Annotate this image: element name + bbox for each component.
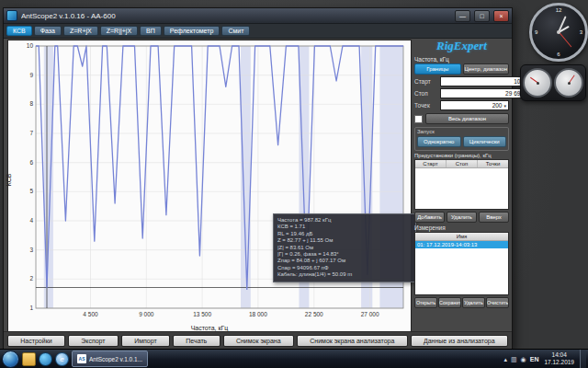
points-field-label: Точек bbox=[414, 102, 438, 109]
measurements-table-body[interactable]: 01: 17.12.2019-14:03:13 bbox=[415, 241, 508, 294]
tab-swr[interactable]: КСВ bbox=[6, 26, 32, 36]
range-mode-button[interactable]: Границы bbox=[414, 63, 461, 75]
run-group: Запуск Однократно Циклически bbox=[414, 127, 509, 151]
chevron-down-icon: ▾ bbox=[503, 103, 506, 109]
export-button[interactable]: Экспорт bbox=[68, 335, 119, 347]
presets-col-start: Старт bbox=[415, 160, 447, 167]
antscope-window: AntScope2 v.1.0.16 - AA-600 — □ × КСВ Фа… bbox=[3, 7, 513, 350]
svg-text:13 500: 13 500 bbox=[193, 311, 211, 317]
svg-text:9 000: 9 000 bbox=[139, 311, 154, 317]
control-panel: RigExpert Частота, кГц Границы Центр, ди… bbox=[413, 38, 510, 332]
browser-icon[interactable]: e bbox=[55, 352, 69, 366]
bottom-toolbar: Настройки Экспорт Импорт Печать Снимок э… bbox=[4, 331, 512, 349]
memory-gauge bbox=[554, 68, 583, 98]
svg-text:27 000: 27 000 bbox=[361, 311, 379, 317]
taskbar-date: 17.12.2019 bbox=[544, 359, 574, 366]
import-button[interactable]: Импорт bbox=[121, 335, 170, 347]
clock-number-12: 12 bbox=[556, 7, 562, 13]
svg-text:8: 8 bbox=[29, 100, 33, 107]
measurement-clear-button[interactable]: Очистить bbox=[486, 297, 509, 308]
tab-z-series[interactable]: Z=R+jX bbox=[63, 26, 98, 36]
show-desktop-button[interactable] bbox=[580, 350, 586, 368]
svg-text:22 500: 22 500 bbox=[305, 311, 323, 317]
frequency-section-label: Частота, кГц bbox=[414, 56, 509, 63]
window-content: 109876543214 5009 00013 50018 00022 5002… bbox=[4, 38, 512, 332]
tray-expand-icon[interactable]: ▴ bbox=[503, 356, 507, 362]
analyzer-screenshot-button[interactable]: Снимок экрана анализатора bbox=[297, 335, 408, 347]
run-continuous-button[interactable]: Циклически bbox=[463, 136, 507, 147]
start-button[interactable] bbox=[2, 351, 19, 368]
network-icon[interactable]: ▥ bbox=[511, 356, 517, 362]
meter-gadget[interactable] bbox=[520, 64, 586, 101]
presets-section-label: Предустановки (границы), кГц bbox=[414, 153, 509, 158]
measurement-row-selected[interactable]: 01: 17.12.2019-14:03:13 bbox=[415, 241, 508, 248]
measurements-table-header: Имя bbox=[415, 233, 508, 241]
taskbar-clock[interactable]: 14:04 17.12.2019 bbox=[541, 351, 577, 366]
clock-gadget[interactable]: 12 3 6 9 bbox=[529, 3, 588, 62]
measurements-section-label: Измерения bbox=[414, 224, 509, 231]
chart-tabbar: КСВ Фаза Z=R+jX Z=R||+jX ВП Рефлектометр… bbox=[4, 24, 512, 39]
presets-table-body[interactable] bbox=[415, 168, 508, 209]
tab-rl[interactable]: ВП bbox=[140, 26, 162, 36]
preset-add-button[interactable]: Добавить bbox=[414, 212, 445, 223]
measurement-delete-button[interactable]: Удалить bbox=[462, 297, 485, 308]
language-indicator[interactable]: EN bbox=[530, 356, 539, 362]
clock-number-6: 6 bbox=[557, 52, 560, 57]
close-button[interactable]: × bbox=[493, 10, 509, 22]
points-value: 200 bbox=[443, 102, 503, 109]
tab-phase[interactable]: Фаза bbox=[34, 26, 62, 36]
swr-chart[interactable]: 109876543214 5009 00013 50018 00022 5002… bbox=[7, 40, 412, 333]
explorer-icon[interactable] bbox=[22, 352, 36, 366]
run-single-button[interactable]: Однократно bbox=[417, 136, 461, 147]
presets-col-points: Точки bbox=[478, 160, 508, 167]
stop-input[interactable] bbox=[440, 88, 526, 98]
measurement-save-button[interactable]: Сохранить bbox=[438, 297, 461, 308]
tab-z-parallel[interactable]: Z=R||+jX bbox=[100, 26, 138, 36]
settings-button[interactable]: Настройки bbox=[7, 335, 65, 347]
app-icon bbox=[6, 10, 17, 21]
titlebar[interactable]: AntScope2 v.1.0.16 - AA-600 — □ × bbox=[4, 8, 512, 24]
taskbar: e AS AntScope2 v.1.0.1... ▴ ▥ ◉ EN 14:04… bbox=[0, 349, 588, 368]
swr-chart-canvas[interactable]: 109876543214 5009 00013 50018 00022 5002… bbox=[8, 40, 411, 332]
run-group-label: Запуск bbox=[417, 129, 506, 134]
system-tray: ▴ ▥ ◉ EN bbox=[503, 356, 538, 362]
svg-text:3: 3 bbox=[29, 247, 33, 253]
clock-number-3: 3 bbox=[580, 29, 582, 35]
maximize-button[interactable]: □ bbox=[474, 10, 490, 22]
points-dropdown[interactable]: 200 ▾ bbox=[440, 100, 509, 110]
antscope-taskbar-icon: AS bbox=[77, 354, 86, 363]
minimize-button[interactable]: — bbox=[455, 10, 470, 22]
antscope-taskbar-label: AntScope2 v.1.0.1... bbox=[89, 356, 142, 362]
clock-number-9: 9 bbox=[535, 29, 537, 35]
svg-text:9: 9 bbox=[29, 72, 33, 78]
cursor-tooltip: Частота = 987.82 кГцКСВ = 1.71RL = 19.46… bbox=[273, 213, 416, 282]
antscope-taskbar-button[interactable]: AS AntScope2 v.1.0.1... bbox=[72, 351, 148, 367]
center-span-mode-button[interactable]: Центр, диапазон bbox=[463, 63, 510, 75]
full-range-button[interactable]: Весь диапазон bbox=[425, 113, 509, 124]
svg-text:2: 2 bbox=[29, 275, 33, 282]
presets-col-stop: Стоп bbox=[447, 160, 478, 167]
presets-table[interactable]: Старт Стоп Точки bbox=[414, 159, 509, 210]
tab-tdr[interactable]: Рефлектометр bbox=[164, 26, 220, 36]
screenshot-button[interactable]: Снимок экрана bbox=[223, 335, 294, 347]
y-axis-title: КСВ bbox=[6, 174, 12, 187]
status-icon[interactable]: ◉ bbox=[521, 356, 526, 362]
svg-text:6: 6 bbox=[29, 159, 33, 166]
media-player-icon[interactable] bbox=[39, 352, 52, 366]
svg-text:7: 7 bbox=[29, 130, 33, 136]
measurement-open-button[interactable]: Открыть bbox=[414, 297, 437, 308]
svg-text:10: 10 bbox=[27, 42, 34, 49]
start-input[interactable] bbox=[440, 76, 526, 86]
analyzer-data-button[interactable]: Данные из анализатора bbox=[411, 335, 508, 347]
preset-up-button[interactable]: Вверх bbox=[479, 212, 509, 223]
measurements-col-name: Имя bbox=[415, 233, 508, 240]
desktop: AntScope2 v.1.0.16 - AA-600 — □ × КСВ Фа… bbox=[0, 0, 588, 368]
stop-field-label: Стоп bbox=[414, 90, 438, 97]
measurements-table[interactable]: Имя 01: 17.12.2019-14:03:13 bbox=[414, 232, 509, 295]
tab-smith[interactable]: Смит bbox=[221, 26, 250, 36]
svg-text:5: 5 bbox=[29, 188, 33, 194]
print-button[interactable]: Печать bbox=[173, 335, 220, 347]
taskbar-time: 14:04 bbox=[544, 351, 574, 359]
option-checkbox[interactable] bbox=[414, 115, 423, 123]
preset-delete-button[interactable]: Удалить bbox=[447, 212, 477, 223]
